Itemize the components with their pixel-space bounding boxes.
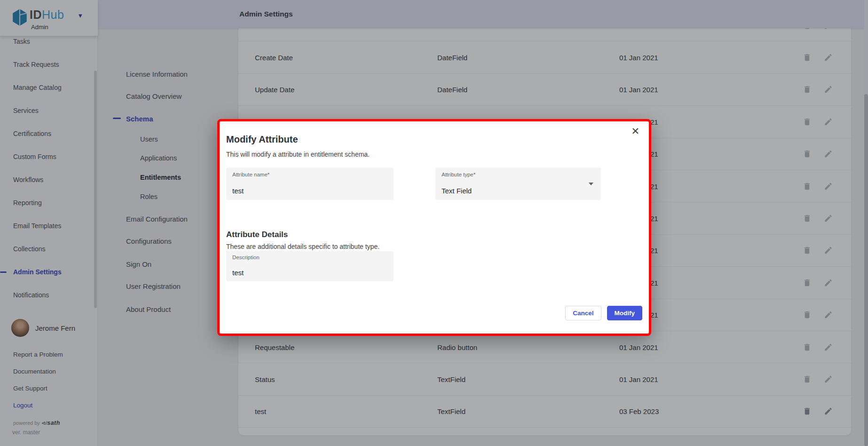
field-value: test	[232, 269, 244, 277]
field-value: Text Field	[442, 187, 472, 195]
field-value: test	[232, 187, 244, 195]
modify-attribute-dialog: Modify Attribute ✕ This will modify a at…	[217, 119, 651, 336]
app-root: Create DateDateField01 Jan 2021Update Da…	[0, 0, 868, 446]
dropdown-caret-icon	[589, 183, 593, 185]
dialog-title: Modify Attribute	[226, 134, 298, 145]
details-section-heading: Attribute Details	[226, 230, 288, 239]
field-label: Attribute type*	[442, 172, 475, 177]
details-section-description: These are additional details specific to…	[226, 243, 379, 250]
close-icon[interactable]: ✕	[630, 125, 640, 137]
cancel-button[interactable]: Cancel	[565, 306, 601, 320]
dialog-actions: Cancel Modify	[565, 306, 642, 320]
description-field[interactable]: Description test	[226, 251, 394, 281]
field-label: Attribute name*	[232, 172, 269, 177]
field-label: Description	[232, 255, 260, 260]
dialog-description: This will modify a attribute in entitlem…	[226, 151, 370, 158]
attribute-name-field[interactable]: Attribute name* test	[226, 167, 394, 200]
dialog-fields-row: Attribute name* test Attribute type* Tex…	[226, 167, 601, 200]
modify-button[interactable]: Modify	[607, 306, 643, 320]
attribute-type-select[interactable]: Attribute type* Text Field	[435, 167, 601, 200]
